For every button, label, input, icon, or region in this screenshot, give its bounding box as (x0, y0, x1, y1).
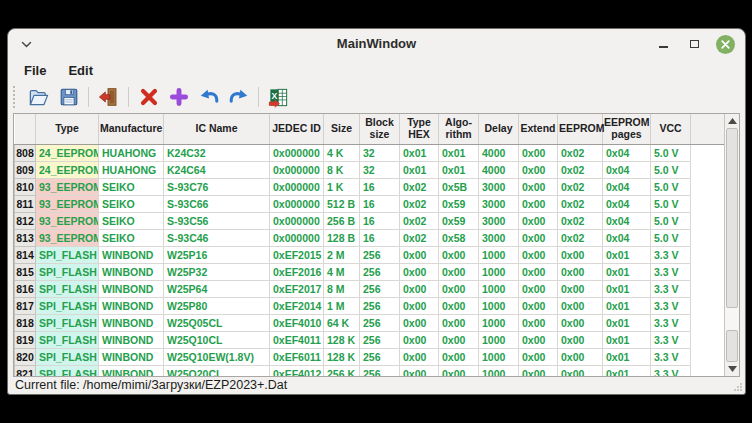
table-row[interactable]: 81193_EEPROMSEIKOS-93C660x000000512 B160… (15, 196, 725, 213)
cell-extend[interactable]: 0x00 (519, 298, 558, 315)
cell-extend[interactable]: 0x00 (519, 264, 558, 281)
cell-num[interactable]: 818 (15, 315, 36, 332)
open-file-button[interactable] (25, 84, 52, 111)
redo-button[interactable] (225, 84, 252, 111)
cell-manufacture[interactable]: WINBOND (99, 349, 164, 366)
cell-type[interactable]: SPI_FLASH (36, 315, 99, 332)
column-header-eeprom_pages[interactable]: EEPROM pages (603, 114, 651, 145)
table-row[interactable]: 81093_EEPROMSEIKOS-93C760x0000001 K160x0… (15, 179, 725, 196)
cell-ic_name[interactable]: W25P32 (164, 264, 270, 281)
cell-manufacture[interactable]: WINBOND (99, 264, 164, 281)
cell-type_hex[interactable]: 0x02 (400, 196, 439, 213)
cell-jedec_id[interactable]: 0x000000 (270, 196, 324, 213)
cell-num[interactable]: 820 (15, 349, 36, 366)
cell-algorithm[interactable]: 0x00 (439, 281, 479, 298)
cell-eeprom_pages[interactable]: 0x04 (603, 230, 651, 247)
cell-eeprom_pages[interactable]: 0x04 (603, 179, 651, 196)
cell-type_hex[interactable]: 0x00 (400, 247, 439, 264)
cell-vcc[interactable]: 5.0 V (651, 162, 691, 179)
cell-eeprom_pages[interactable]: 0x04 (603, 145, 651, 162)
cell-manufacture[interactable]: WINBOND (99, 315, 164, 332)
cell-block_size[interactable]: 256 (360, 264, 400, 281)
cell-num[interactable]: 808 (15, 145, 36, 162)
cell-extend[interactable]: 0x00 (519, 179, 558, 196)
column-header-delay[interactable]: Delay (479, 114, 519, 145)
cell-delay[interactable]: 3000 (479, 196, 519, 213)
table-row[interactable]: 80824_EEPROMHUAHONGK24C320x0000004 K320x… (15, 145, 725, 162)
cell-eeprom[interactable]: 0x02 (558, 213, 603, 230)
cell-size[interactable]: 4 M (324, 264, 360, 281)
cell-type_hex[interactable]: 0x00 (400, 315, 439, 332)
cell-block_size[interactable]: 16 (360, 213, 400, 230)
cell-ic_name[interactable]: K24C32 (164, 145, 270, 162)
scrollbar-thumb[interactable] (726, 128, 738, 308)
cell-eeprom[interactable]: 0x00 (558, 281, 603, 298)
cell-num[interactable]: 813 (15, 230, 36, 247)
cell-num[interactable]: 819 (15, 332, 36, 349)
cell-vcc[interactable]: 5.0 V (651, 179, 691, 196)
cell-eeprom_pages[interactable]: 0x04 (603, 196, 651, 213)
cell-type_hex[interactable]: 0x02 (400, 179, 439, 196)
add-row-button[interactable] (165, 84, 192, 111)
cell-block_size[interactable]: 256 (360, 281, 400, 298)
cell-eeprom[interactable]: 0x02 (558, 230, 603, 247)
menu-edit[interactable]: Edit (65, 62, 96, 79)
cell-type_hex[interactable]: 0x01 (400, 162, 439, 179)
cell-eeprom[interactable]: 0x00 (558, 349, 603, 366)
cell-type_hex[interactable]: 0x00 (400, 281, 439, 298)
cell-delay[interactable]: 3000 (479, 213, 519, 230)
cell-size[interactable]: 8 K (324, 162, 360, 179)
cell-type[interactable]: 93_EEPROM (36, 196, 99, 213)
cell-jedec_id[interactable]: 0x000000 (270, 213, 324, 230)
cell-algorithm[interactable]: 0x58 (439, 230, 479, 247)
cell-extend[interactable]: 0x00 (519, 315, 558, 332)
cell-jedec_id[interactable]: 0xEF2014 (270, 298, 324, 315)
scrollbar-segment[interactable] (726, 330, 738, 362)
column-header-algorithm[interactable]: Algo- rithm (439, 114, 479, 145)
cell-ic_name[interactable]: W25P64 (164, 281, 270, 298)
cell-eeprom_pages[interactable]: 0x01 (603, 315, 651, 332)
cell-vcc[interactable]: 5.0 V (651, 145, 691, 162)
column-header-num[interactable] (15, 114, 36, 145)
cell-jedec_id[interactable]: 0xEF4011 (270, 332, 324, 349)
cell-type[interactable]: 93_EEPROM (36, 230, 99, 247)
cell-extend[interactable]: 0x00 (519, 349, 558, 366)
save-file-button[interactable] (55, 84, 82, 111)
cell-block_size[interactable]: 16 (360, 179, 400, 196)
cell-jedec_id[interactable]: 0x000000 (270, 179, 324, 196)
cell-type_hex[interactable]: 0x00 (400, 298, 439, 315)
cell-ic_name[interactable]: S-93C56 (164, 213, 270, 230)
cell-type_hex[interactable]: 0x02 (400, 213, 439, 230)
cell-type[interactable]: SPI_FLASH (36, 332, 99, 349)
cell-type[interactable]: SPI_FLASH (36, 247, 99, 264)
scrollbar-down-button[interactable] (725, 362, 739, 376)
cell-eeprom[interactable]: 0x02 (558, 196, 603, 213)
cell-eeprom[interactable]: 0x00 (558, 315, 603, 332)
export-excel-button[interactable]: X (265, 84, 292, 111)
cell-delay[interactable]: 1000 (479, 332, 519, 349)
cell-manufacture[interactable]: WINBOND (99, 332, 164, 349)
cell-jedec_id[interactable]: 0xEF2016 (270, 264, 324, 281)
cell-size[interactable]: 128 B (324, 230, 360, 247)
cell-block_size[interactable]: 32 (360, 162, 400, 179)
cell-extend[interactable]: 0x00 (519, 281, 558, 298)
cell-manufacture[interactable]: SEIKO (99, 230, 164, 247)
cell-delay[interactable]: 1000 (479, 349, 519, 366)
cell-eeprom_pages[interactable]: 0x01 (603, 349, 651, 366)
cell-ic_name[interactable]: S-93C66 (164, 196, 270, 213)
cell-algorithm[interactable]: 0x00 (439, 349, 479, 366)
cell-delay[interactable]: 1000 (479, 281, 519, 298)
cell-size[interactable]: 2 M (324, 247, 360, 264)
cell-block_size[interactable]: 256 (360, 332, 400, 349)
cell-algorithm[interactable]: 0x5B (439, 179, 479, 196)
column-header-ic_name[interactable]: IC Name (164, 114, 270, 145)
cell-size[interactable]: 128 K (324, 349, 360, 366)
cell-eeprom_pages[interactable]: 0x01 (603, 264, 651, 281)
cell-vcc[interactable]: 3.3 V (651, 264, 691, 281)
cell-block_size[interactable]: 16 (360, 196, 400, 213)
column-header-size[interactable]: Size (324, 114, 360, 145)
menu-file[interactable]: File (21, 62, 49, 79)
cell-type[interactable]: 93_EEPROM (36, 179, 99, 196)
cell-eeprom_pages[interactable]: 0x04 (603, 162, 651, 179)
cell-jedec_id[interactable]: 0x000000 (270, 145, 324, 162)
